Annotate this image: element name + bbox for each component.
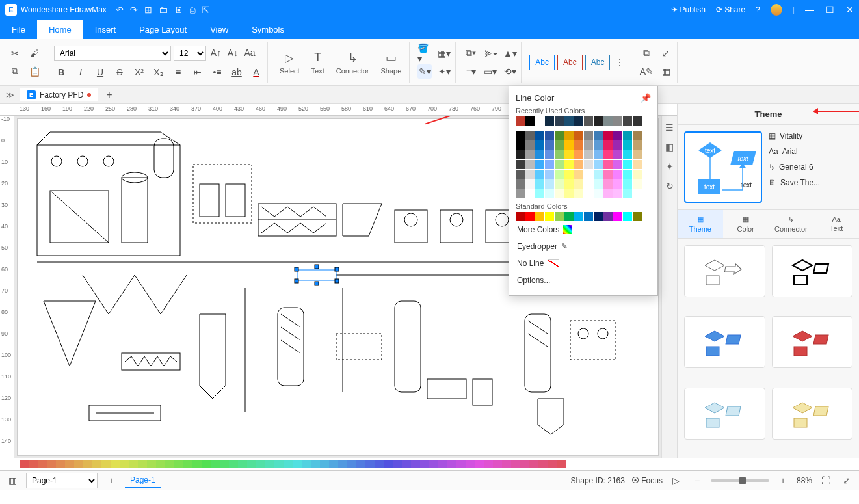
color-chip[interactable] — [174, 460, 183, 468]
color-swatch[interactable] — [564, 212, 574, 221]
print-icon[interactable]: ⎙ — [190, 5, 195, 15]
color-swatch[interactable] — [535, 160, 544, 169]
color-chip[interactable] — [147, 460, 156, 468]
color-chip[interactable] — [375, 460, 384, 468]
subtab-text[interactable]: AaText — [813, 210, 859, 238]
color-chip[interactable] — [393, 460, 402, 468]
color-swatch[interactable] — [564, 189, 574, 198]
color-swatch[interactable] — [535, 140, 544, 150]
color-chip[interactable] — [129, 460, 138, 468]
color-swatch[interactable] — [584, 150, 593, 159]
menu-insert[interactable]: Insert — [83, 20, 128, 39]
color-swatch[interactable] — [545, 189, 554, 198]
doc-tab[interactable]: E Factory PFD — [20, 88, 98, 101]
subscript-icon[interactable]: X₂ — [152, 65, 166, 79]
color-swatch[interactable] — [603, 189, 613, 198]
color-chip[interactable] — [402, 460, 411, 468]
theme-font[interactable]: AaArial — [769, 147, 852, 156]
color-swatch[interactable] — [603, 179, 613, 189]
text-highlight-icon[interactable]: ab — [230, 65, 244, 79]
zoom-in-icon[interactable]: + — [776, 473, 790, 488]
color-chip[interactable] — [138, 460, 147, 468]
color-swatch[interactable] — [525, 150, 535, 159]
color-swatch[interactable] — [545, 116, 554, 126]
color-chip[interactable] — [538, 460, 548, 468]
font-color-icon[interactable]: A — [249, 65, 263, 79]
distribute-icon[interactable]: ▭▾ — [483, 64, 497, 79]
font-combo[interactable]: Arial — [54, 46, 171, 61]
theme-preview[interactable]: text text text text — [684, 131, 762, 203]
menu-file[interactable]: File — [0, 20, 37, 39]
color-chip[interactable] — [256, 460, 265, 468]
color-chip[interactable] — [502, 460, 511, 468]
color-swatch[interactable] — [545, 179, 554, 189]
color-swatch[interactable] — [623, 131, 632, 140]
color-swatch[interactable] — [555, 160, 564, 169]
color-chip[interactable] — [56, 460, 65, 468]
color-swatch[interactable] — [525, 160, 535, 169]
zoom-out-icon[interactable]: − — [690, 473, 704, 488]
color-swatch[interactable] — [584, 170, 593, 179]
color-swatch[interactable] — [594, 160, 603, 169]
color-swatch[interactable] — [564, 150, 574, 159]
color-swatch[interactable] — [623, 189, 632, 198]
color-swatch[interactable] — [584, 160, 593, 169]
rotate-icon[interactable]: ⟲▾ — [503, 64, 517, 79]
color-swatch[interactable] — [594, 131, 603, 140]
undo-icon[interactable]: ↶ — [116, 5, 124, 15]
style-abc-3[interactable]: Abc — [585, 55, 611, 70]
color-chip[interactable] — [220, 460, 229, 468]
color-swatch[interactable] — [516, 131, 525, 140]
color-swatch[interactable] — [613, 189, 622, 198]
color-chip[interactable] — [347, 460, 356, 468]
color-chip[interactable] — [384, 460, 393, 468]
color-chip[interactable] — [238, 460, 247, 468]
color-swatch[interactable] — [525, 212, 535, 221]
layout-icon[interactable]: ▦ — [659, 64, 673, 79]
underline-icon[interactable]: U — [93, 65, 107, 79]
decrease-font-icon[interactable]: A↓ — [226, 46, 240, 60]
color-chip[interactable] — [165, 460, 174, 468]
color-swatch[interactable] — [613, 131, 622, 140]
focus-button[interactable]: ⦿ Focus — [631, 476, 663, 485]
color-swatch[interactable] — [603, 131, 613, 140]
color-chip[interactable] — [265, 460, 274, 468]
color-chip[interactable] — [311, 460, 320, 468]
color-swatch[interactable] — [633, 150, 642, 159]
color-swatch[interactable] — [633, 170, 642, 179]
color-swatch[interactable] — [603, 160, 613, 169]
color-swatch[interactable] — [613, 140, 622, 150]
color-chip[interactable] — [74, 460, 83, 468]
theme-item[interactable] — [684, 388, 765, 440]
color-swatch[interactable] — [584, 179, 593, 189]
fill-icon[interactable]: 🪣▾ — [417, 46, 432, 60]
color-swatch[interactable] — [535, 189, 544, 198]
publish-button[interactable]: ✈ Publish — [671, 5, 706, 14]
help-icon[interactable]: ? — [756, 5, 760, 14]
minimize-icon[interactable]: — — [805, 5, 814, 15]
linespacing-icon[interactable]: ≡ — [171, 65, 185, 79]
format-painter-icon[interactable]: 🖌 — [27, 46, 42, 60]
add-tab-icon[interactable]: + — [101, 89, 117, 101]
indent-icon[interactable]: ⇤ — [191, 65, 205, 79]
color-swatch[interactable] — [623, 116, 632, 126]
color-swatch[interactable] — [623, 170, 632, 179]
color-swatch[interactable] — [555, 140, 564, 150]
color-swatch[interactable] — [555, 179, 564, 189]
color-swatch[interactable] — [623, 150, 632, 159]
open-icon[interactable]: 🗀 — [159, 5, 168, 15]
side-ai-icon[interactable]: ✦ — [666, 161, 674, 172]
color-swatch[interactable] — [613, 116, 622, 126]
color-swatch[interactable] — [516, 189, 525, 198]
color-swatch[interactable] — [555, 131, 564, 140]
avatar[interactable] — [771, 4, 782, 16]
effects-icon[interactable]: ✦▾ — [437, 64, 451, 79]
color-chip[interactable] — [411, 460, 420, 468]
color-chip[interactable] — [247, 460, 256, 468]
color-swatch[interactable] — [574, 212, 583, 221]
color-chip[interactable] — [557, 460, 566, 468]
case-icon[interactable]: Aa — [243, 46, 257, 60]
color-swatch[interactable] — [594, 140, 603, 150]
color-swatch[interactable] — [535, 179, 544, 189]
color-swatch[interactable] — [594, 189, 603, 198]
